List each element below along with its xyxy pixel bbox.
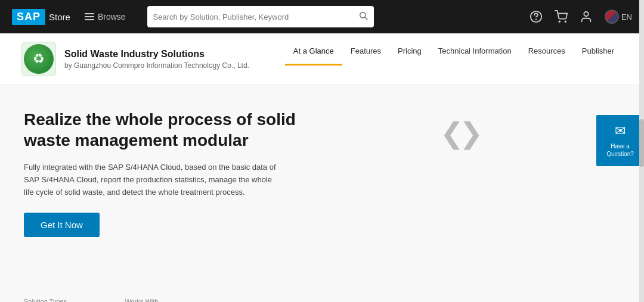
product-subtitle: by Guangzhou Commpro Information Technol… — [64, 61, 249, 70]
solution-types-label: Solution Types — [24, 298, 101, 302]
svg-line-1 — [365, 17, 367, 20]
product-info: Solid Waste Industry Solutions by Guangz… — [21, 42, 249, 85]
svg-point-3 — [535, 19, 536, 20]
main-content: Realize the whole process of solid waste… — [0, 85, 644, 288]
product-header: Solid Waste Industry Solutions by Guangz… — [0, 33, 644, 85]
hero-icon: ❮❯ — [441, 115, 477, 151]
hero-text: Realize the whole process of solid waste… — [24, 109, 310, 237]
sap-logo[interactable]: SAP Store — [12, 9, 70, 25]
tab-technical-information[interactable]: Technical Information — [430, 42, 520, 66]
product-logo — [21, 42, 56, 76]
question-label: Have a Question? — [602, 142, 638, 158]
language-selector[interactable]: EN — [605, 10, 632, 24]
lang-label: EN — [621, 13, 632, 21]
scrollbar-thumb[interactable] — [639, 119, 644, 167]
scrollbar[interactable] — [639, 0, 644, 302]
hero-title: Realize the whole process of solid waste… — [24, 109, 310, 151]
tab-publisher[interactable]: Publisher — [574, 42, 623, 66]
product-logo-inner — [24, 44, 54, 74]
tab-pricing[interactable]: Pricing — [389, 42, 430, 66]
works-with-label: Works With — [125, 298, 334, 302]
help-button[interactable] — [530, 10, 543, 23]
store-label: Store — [49, 12, 70, 22]
tab-features[interactable]: Features — [342, 42, 389, 66]
top-navigation: SAP Store Browse — [0, 0, 644, 33]
browse-label: Browse — [98, 12, 126, 21]
svg-point-5 — [565, 21, 566, 22]
product-title: Solid Waste Industry Solutions — [64, 49, 249, 60]
solution-row: Solution Types Extensions and Add-ons Wo… — [0, 288, 644, 302]
hamburger-icon — [85, 13, 94, 20]
cart-button[interactable] — [555, 10, 568, 23]
code-brackets-icon: ❮❯ — [440, 116, 478, 150]
svg-point-6 — [584, 12, 588, 16]
get-it-now-button[interactable]: Get It Now — [24, 213, 100, 237]
search-input[interactable] — [153, 13, 358, 21]
account-button[interactable] — [580, 10, 593, 23]
mail-icon: ✉ — [602, 123, 638, 139]
tab-at-a-glance[interactable]: At a Glance — [285, 42, 342, 66]
tab-resources[interactable]: Resources — [520, 42, 574, 66]
question-widget[interactable]: ✉ Have a Question? — [596, 115, 644, 166]
works-with-col: Works With SAP Extension Suite and/or SA… — [125, 298, 334, 302]
sap-logo-box: SAP — [12, 9, 45, 25]
hero-description: Fully integrated with the SAP S/4HANA Cl… — [24, 161, 280, 198]
product-title-block: Solid Waste Industry Solutions by Guangz… — [64, 49, 249, 70]
search-icon — [358, 11, 368, 23]
flag-icon — [605, 10, 619, 24]
svg-point-4 — [559, 21, 560, 22]
search-bar — [147, 6, 374, 27]
browse-button[interactable]: Browse — [85, 12, 126, 21]
solution-types-col: Solution Types Extensions and Add-ons — [24, 298, 101, 302]
product-nav-tabs: At a Glance Features Pricing Technical I… — [285, 42, 623, 66]
nav-icons: EN — [530, 10, 632, 24]
